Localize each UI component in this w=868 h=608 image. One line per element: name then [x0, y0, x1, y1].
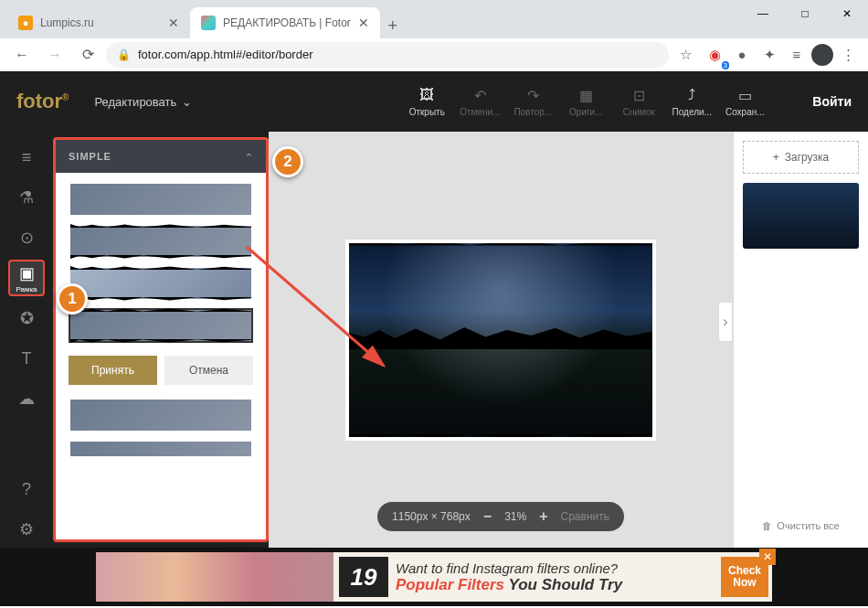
right-panel: + Загрузка 🗑 Очистить все: [733, 132, 868, 548]
save-button[interactable]: ▭Сохран...: [721, 86, 768, 117]
undo-button[interactable]: ↶Отмени...: [456, 86, 503, 117]
canvas-image[interactable]: [345, 240, 656, 441]
cancel-button[interactable]: Отмена: [164, 356, 253, 385]
mode-dropdown[interactable]: Редактировать ⌄: [94, 95, 192, 109]
gear-icon: ⚙: [19, 519, 34, 539]
clear-label: Очистить все: [777, 520, 839, 531]
plus-icon: +: [773, 151, 779, 164]
panel-title: SIMPLE: [69, 151, 111, 162]
dimensions-label: 1150px × 768px: [392, 510, 471, 523]
sidebar-help[interactable]: ?: [8, 471, 45, 507]
address-bar[interactable]: 🔒 fotor.com/app.html#/editor/border: [106, 42, 669, 68]
ad-bar: 19 Want to find Instagram filters online…: [0, 548, 868, 606]
sidebar-cloud[interactable]: ☁: [8, 380, 45, 417]
window-controls: — □ ✕: [742, 0, 868, 38]
favicon-icon: ●: [18, 16, 33, 30]
workspace: ≡ ⚗ ⊙ ▣Рамка ✪ T ☁ ? ⚙ SIMPLE ⌄ Принять …: [0, 132, 868, 548]
border-option[interactable]: [69, 266, 253, 301]
original-button[interactable]: ▦Ориги...: [562, 86, 609, 117]
camera-icon: ⊡: [630, 86, 648, 104]
url-text: fotor.com/app.html#/editor/border: [138, 48, 313, 61]
extension-icon[interactable]: ≡: [784, 42, 810, 68]
chevron-up-icon: ⌄: [244, 151, 253, 163]
sidebar-settings[interactable]: ⚙: [8, 511, 45, 548]
ad-image: [96, 552, 333, 602]
sticker-icon: ✪: [20, 308, 34, 328]
sidebar-text[interactable]: T: [8, 340, 45, 377]
open-button[interactable]: 🖼Открыть: [403, 86, 450, 117]
zoom-in-button[interactable]: +: [539, 508, 547, 525]
close-icon[interactable]: ✕: [358, 16, 369, 30]
maximize-button[interactable]: □: [784, 0, 826, 27]
undo-icon: ↶: [471, 86, 489, 104]
extension-icon[interactable]: ●: [729, 42, 755, 68]
forward-button[interactable]: →: [40, 42, 69, 68]
browser-tab-active[interactable]: РЕДАКТИРОВАТЬ | Fotor ✕: [190, 7, 380, 38]
lock-icon: 🔒: [117, 48, 131, 61]
minimize-button[interactable]: —: [742, 0, 784, 27]
clear-all-button[interactable]: 🗑 Очистить все: [743, 513, 859, 539]
text-icon: T: [22, 349, 32, 368]
ad-close-button[interactable]: ✕: [759, 549, 776, 565]
panel-header[interactable]: SIMPLE ⌄: [56, 140, 266, 173]
upload-button[interactable]: + Загрузка: [743, 141, 859, 174]
compare-button[interactable]: Сравнить: [561, 510, 609, 523]
border-list[interactable]: Принять Отмена: [56, 173, 266, 539]
extensions-menu-icon[interactable]: ✦: [757, 42, 782, 68]
zoom-out-button[interactable]: −: [483, 508, 492, 525]
accept-button[interactable]: Принять: [69, 356, 157, 385]
annotation-marker: 2: [272, 146, 303, 177]
new-tab-button[interactable]: +: [380, 13, 406, 38]
extension-icon[interactable]: ◉3: [702, 42, 727, 68]
app-toolbar: 🖼Открыть ↶Отмени... ↷Повтор... ▦Ориги...…: [403, 86, 768, 117]
login-button[interactable]: Войти: [812, 94, 852, 109]
ad-number: 19: [339, 557, 388, 597]
app-header: fotor® Редактировать ⌄ 🖼Открыть ↶Отмени.…: [0, 71, 868, 132]
ad-text: Want to find Instagram filters online? P…: [388, 559, 721, 596]
snapshot-button[interactable]: ⊡Снимок: [615, 86, 662, 117]
tab-title: РЕДАКТИРОВАТЬ | Fotor: [223, 16, 351, 29]
image-thumbnail[interactable]: [743, 183, 859, 249]
sidebar-adjust[interactable]: ≡: [8, 139, 45, 176]
border-option[interactable]: [69, 224, 253, 259]
collapse-handle[interactable]: ›: [718, 302, 733, 342]
sidebar-effects[interactable]: ⚗: [8, 179, 45, 216]
back-button[interactable]: ←: [7, 42, 37, 68]
favicon-icon: [201, 16, 216, 30]
sidebar-beauty[interactable]: ⊙: [8, 219, 45, 256]
browser-toolbar: ← → ⟳ 🔒 fotor.com/app.html#/editor/borde…: [0, 38, 868, 71]
close-icon[interactable]: ✕: [168, 16, 179, 30]
sidebar-stickers[interactable]: ✪: [8, 300, 45, 336]
border-option[interactable]: [69, 440, 253, 458]
redo-button[interactable]: ↷Повтор...: [509, 86, 556, 117]
frame-panel: SIMPLE ⌄ Принять Отмена: [53, 137, 269, 542]
eye-icon: ⊙: [20, 228, 34, 248]
border-option[interactable]: [69, 182, 253, 217]
cloud-icon: ☁: [18, 389, 35, 409]
border-option-selected[interactable]: [69, 308, 253, 343]
frame-icon: ▣: [19, 263, 35, 283]
window-close-button[interactable]: ✕: [826, 0, 868, 27]
tab-title: Lumpics.ru: [40, 16, 94, 29]
border-option[interactable]: [69, 398, 253, 432]
share-icon: ⤴: [683, 86, 701, 104]
zoom-bar: 1150px × 768px − 31% + Сравнить: [377, 502, 624, 531]
profile-avatar[interactable]: [811, 44, 833, 66]
save-icon: ▭: [736, 86, 754, 104]
share-button[interactable]: ⤴Подели...: [668, 86, 715, 117]
sliders-icon: ≡: [22, 148, 32, 167]
redo-icon: ↷: [524, 86, 542, 104]
menu-icon[interactable]: ⋮: [835, 42, 861, 68]
browser-tab[interactable]: ● Lumpics.ru ✕: [7, 7, 190, 38]
annotation-marker: 1: [57, 283, 88, 315]
original-icon: ▦: [577, 86, 595, 104]
mode-label: Редактировать: [94, 95, 176, 109]
chevron-down-icon: ⌄: [182, 95, 192, 109]
reload-button[interactable]: ⟳: [73, 42, 102, 68]
sidebar-frame[interactable]: ▣Рамка: [8, 260, 45, 296]
browser-titlebar: ● Lumpics.ru ✕ РЕДАКТИРОВАТЬ | Fotor ✕ +…: [0, 0, 868, 38]
image-icon: 🖼: [418, 86, 436, 104]
app-logo[interactable]: fotor®: [16, 90, 69, 113]
bookmark-icon[interactable]: ☆: [672, 42, 698, 68]
ad-banner[interactable]: 19 Want to find Instagram filters online…: [96, 552, 772, 602]
